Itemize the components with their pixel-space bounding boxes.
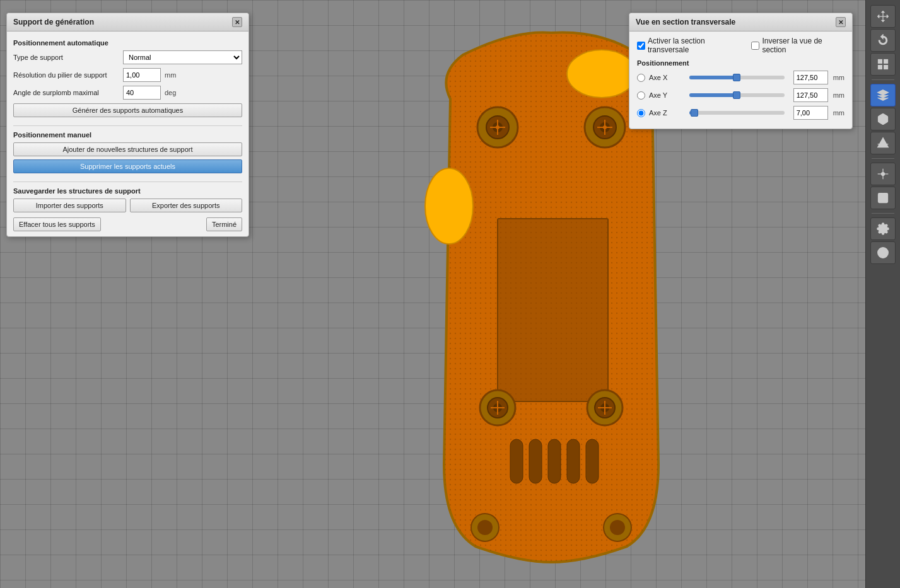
svg-rect-39 [879, 66, 882, 69]
import-supports-button[interactable]: Importer des supports [13, 199, 126, 212]
toolbar-sep-3 [872, 213, 894, 214]
pillar-resolution-label: Résolution du pilier de support [13, 71, 120, 79]
support-type-label: Type de support [13, 54, 120, 61]
axis-x-label: Axe X [649, 74, 681, 81]
activate-section-checkbox-container[interactable]: Activer la section transversale [637, 37, 744, 54]
max-overhang-unit: deg [165, 89, 176, 96]
positioning-title: Positionnement [637, 59, 844, 67]
axis-z-unit: mm [833, 109, 844, 117]
right-panel-close-button[interactable]: ✕ [836, 17, 846, 27]
right-toolbar [865, 0, 900, 588]
right-panel-title: Vue en section transversale [636, 18, 735, 26]
info-button[interactable] [870, 241, 896, 264]
svg-point-30 [610, 520, 625, 535]
axis-z-row: Axe Z mm [637, 106, 844, 120]
settings-button[interactable] [870, 217, 896, 240]
auto-generate-button[interactable]: Générer des supports automatiques [13, 103, 242, 117]
add-structures-button[interactable]: Ajouter de nouvelles structures de suppo… [13, 142, 242, 156]
axis-button[interactable] [870, 163, 896, 185]
invert-section-checkbox-container[interactable]: Inverser la vue de section [751, 37, 844, 54]
scale-tool-button[interactable] [870, 53, 896, 76]
done-button[interactable]: Terminé [206, 217, 242, 231]
svg-rect-33 [548, 439, 561, 483]
axis-z-radio[interactable] [637, 109, 645, 117]
svg-point-28 [477, 520, 493, 535]
activate-section-label: Activer la section transversale [648, 37, 744, 54]
max-overhang-label: Angle de surplomb maximal [13, 89, 120, 96]
svg-rect-35 [586, 439, 599, 483]
right-panel-header: Vue en section transversale ✕ [629, 13, 852, 32]
axis-x-row: Axe X mm [637, 71, 844, 84]
activate-section-checkbox[interactable] [637, 42, 645, 50]
svg-rect-37 [884, 60, 888, 64]
axis-z-slider[interactable] [689, 111, 785, 115]
move-tool-button[interactable] [870, 5, 896, 28]
toolbar-sep-1 [872, 79, 894, 80]
axis-x-value[interactable] [793, 71, 828, 84]
axis-x-radio[interactable] [637, 74, 645, 82]
axis-x-slider[interactable] [689, 76, 785, 79]
svg-point-45 [882, 173, 885, 176]
pillar-resolution-unit: mm [165, 71, 176, 79]
slice-button[interactable] [870, 187, 896, 209]
left-panel-close-button[interactable]: ✕ [232, 17, 242, 27]
view3d-button[interactable] [870, 108, 896, 130]
export-supports-button[interactable]: Exporter des supports [130, 199, 243, 212]
wireframe-button[interactable] [870, 132, 896, 154]
left-panel: Support de génération ✕ Positionnement a… [6, 13, 249, 237]
svg-rect-34 [567, 439, 580, 483]
svg-point-15 [567, 50, 636, 98]
left-panel-header: Support de génération ✕ [7, 13, 248, 32]
axis-y-value[interactable] [793, 88, 828, 102]
svg-rect-46 [879, 193, 888, 203]
toolbar-sep-2 [872, 158, 894, 159]
remove-supports-button[interactable]: Supprimer les supports actuels [13, 159, 242, 173]
save-structures-title: Sauvegarder les structures de support [13, 187, 242, 195]
pillar-resolution-input[interactable]: 1,00 [123, 68, 161, 82]
axis-y-radio[interactable] [637, 91, 645, 100]
clear-supports-button[interactable]: Effacer tous les supports [13, 217, 101, 231]
invert-section-label: Inverser la vue de section [762, 37, 844, 54]
layers-button[interactable] [870, 84, 896, 107]
axis-y-slider[interactable] [689, 93, 785, 97]
axis-z-value[interactable] [793, 106, 828, 120]
manual-positioning-title: Positionnement manuel [13, 131, 242, 139]
svg-rect-38 [884, 66, 888, 69]
svg-rect-31 [510, 439, 523, 483]
svg-rect-32 [529, 439, 542, 483]
svg-rect-2 [498, 219, 608, 401]
left-panel-title: Support de génération [13, 18, 94, 26]
svg-point-16 [425, 168, 473, 244]
max-overhang-input[interactable]: 40 [123, 86, 161, 100]
right-panel: Vue en section transversale ✕ Activer la… [629, 13, 853, 129]
auto-positioning-title: Positionnement automatique [13, 39, 242, 47]
axis-y-unit: mm [833, 91, 844, 99]
support-type-select[interactable]: Normal Arbre Aucun [123, 50, 242, 64]
axis-y-row: Axe Y mm [637, 88, 844, 102]
axis-z-label: Axe Z [649, 109, 681, 117]
svg-rect-36 [879, 60, 882, 64]
axis-x-unit: mm [833, 74, 844, 81]
invert-section-checkbox[interactable] [751, 42, 759, 50]
rotate-tool-button[interactable] [870, 29, 896, 52]
axis-y-label: Axe Y [649, 91, 681, 99]
